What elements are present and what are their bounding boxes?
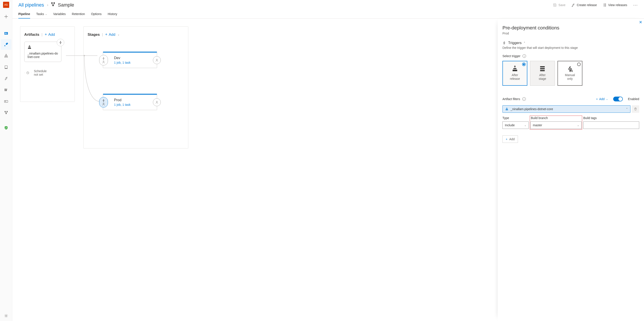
nav-releases-icon[interactable] (1, 73, 11, 84)
svg-rect-32 (513, 70, 517, 71)
nav-settings-icon[interactable] (1, 311, 11, 321)
stage-card-dev[interactable]: Dev 1 job, 1 task (103, 52, 157, 68)
tags-input[interactable] (583, 122, 639, 129)
svg-rect-3 (6, 33, 7, 34)
select-trigger-label: Select trigger (502, 54, 520, 58)
svg-rect-10 (4, 89, 5, 91)
tab-tasks[interactable]: Tasks⌄ (36, 11, 47, 18)
triggers-description: Define the trigger that will start deplo… (502, 46, 639, 49)
artifacts-column: Artifacts | +Add _ninallam.pipelines-dot… (20, 26, 75, 102)
pre-deploy-badge-prod[interactable] (99, 97, 108, 108)
tab-history[interactable]: History (108, 11, 117, 18)
tab-options[interactable]: Options (91, 11, 102, 18)
svg-rect-25 (28, 48, 31, 49)
info-icon[interactable]: i (522, 97, 526, 101)
delete-filter-button[interactable] (632, 105, 639, 113)
chevron-up-icon: ˄ (524, 42, 525, 44)
artifact-filters-toggle[interactable] (613, 97, 623, 101)
svg-rect-34 (540, 66, 545, 67)
nav-overview-icon[interactable] (1, 28, 11, 38)
schedule-row[interactable]: Schedule not set (24, 69, 70, 76)
svg-rect-2 (6, 32, 6, 34)
header-actions: Save Create release View releases ··· (553, 3, 638, 7)
panel-title: Pre-deployment conditions (502, 25, 639, 31)
nav-security-icon[interactable] (1, 123, 11, 133)
save-icon (553, 3, 556, 7)
pre-deploy-badge-dev[interactable] (99, 55, 108, 65)
artifact-trigger-badge[interactable] (57, 39, 64, 46)
lightning-icon (502, 41, 506, 45)
tab-retention[interactable]: Retention (72, 11, 85, 18)
pre-deployment-panel: ✕ Pre-deployment conditions Prod Trigger… (498, 18, 644, 321)
header: All pipelines › Sample Save Create relea… (12, 0, 644, 9)
svg-rect-16 (4, 111, 6, 112)
svg-point-19 (6, 315, 7, 317)
chevron-down-icon: ⌄ (606, 98, 608, 101)
breadcrumb: All pipelines › Sample (18, 2, 74, 8)
stage-jobs-link[interactable]: 1 job, 1 task (114, 61, 154, 64)
branch-select[interactable]: master⌄ (530, 122, 582, 129)
svg-rect-22 (52, 5, 54, 6)
stage-card-prod[interactable]: Prod 1 job, 1 task (103, 94, 157, 110)
nav-builds-icon[interactable] (1, 51, 11, 61)
svg-rect-17 (6, 111, 8, 112)
svg-rect-20 (51, 2, 53, 4)
post-deploy-badge-prod[interactable] (153, 98, 161, 106)
tab-bar: Pipeline Tasks⌄ Variables Retention Opti… (12, 9, 644, 18)
create-release-button[interactable]: Create release (572, 3, 597, 7)
type-label: Type (502, 116, 529, 120)
save-button: Save (553, 3, 565, 7)
info-icon[interactable]: i (522, 54, 526, 58)
svg-rect-12 (6, 89, 7, 91)
build-icon (505, 108, 508, 111)
breadcrumb-all-pipelines[interactable]: All pipelines (18, 2, 44, 8)
nav-environments-icon[interactable] (1, 62, 11, 72)
artifact-name: _ninallam.pipelines-dotnet-core (28, 52, 58, 59)
nav-library-icon[interactable] (1, 85, 11, 95)
svg-rect-18 (6, 113, 6, 114)
close-panel-button[interactable]: ✕ (639, 20, 642, 25)
chevron-up-icon: ˄ (626, 108, 628, 111)
trigger-tile-after-release[interactable]: After release (502, 61, 527, 86)
add-artifact-button[interactable]: +Add (44, 32, 55, 37)
svg-rect-8 (5, 68, 7, 69)
nav-pipelines-icon[interactable] (1, 39, 11, 50)
more-actions-button[interactable]: ··· (633, 3, 638, 7)
artifact-card[interactable]: _ninallam.pipelines-dotnet-core (24, 42, 62, 62)
svg-rect-21 (54, 2, 55, 4)
add-filter-row-button[interactable]: +Add (502, 136, 518, 143)
stage-jobs-link[interactable]: 1 job, 1 task (114, 103, 154, 106)
artifact-filter-chip[interactable]: _ninallam.pipelines-dotnet-core ˄ (502, 105, 630, 113)
tab-variables[interactable]: Variables (53, 11, 66, 18)
after-stage-icon (539, 66, 546, 72)
svg-rect-38 (506, 110, 508, 110)
svg-point-9 (6, 78, 6, 78)
panel-stage-name: Prod (502, 32, 639, 35)
after-release-icon (512, 66, 518, 72)
pipeline-canvas: Artifacts | +Add _ninallam.pipelines-dot… (12, 18, 498, 321)
svg-point-29 (156, 59, 157, 60)
triggers-section-header[interactable]: Triggers ˄ (502, 41, 639, 45)
radio-icon (522, 63, 526, 66)
stage-name: Prod (114, 98, 154, 102)
list-icon (603, 3, 606, 7)
add-filter-button[interactable]: +Add⌄ (596, 97, 608, 101)
nav-add-button[interactable] (1, 11, 11, 22)
tab-pipeline[interactable]: Pipeline (18, 11, 30, 18)
view-releases-button[interactable]: View releases (603, 3, 627, 7)
clock-icon (24, 69, 31, 76)
rocket-icon (572, 3, 575, 7)
type-select[interactable]: Include⌄ (502, 122, 529, 129)
chevron-right-icon: › (47, 3, 48, 7)
trigger-tile-after-stage[interactable]: After stage (530, 61, 555, 86)
svg-point-4 (4, 45, 6, 46)
nav-deployment-icon[interactable] (1, 107, 11, 118)
post-deploy-badge-dev[interactable] (153, 56, 161, 64)
artifacts-header: Artifacts (24, 32, 39, 37)
svg-point-28 (103, 61, 104, 62)
user-avatar[interactable]: AS (3, 2, 9, 8)
nav-taskgroups-icon[interactable] (1, 96, 11, 106)
trigger-tile-manual-only[interactable]: Manual only (558, 61, 582, 86)
branch-label: Build branch (530, 116, 582, 120)
add-stage-button[interactable]: +Add⌄ (105, 32, 120, 37)
